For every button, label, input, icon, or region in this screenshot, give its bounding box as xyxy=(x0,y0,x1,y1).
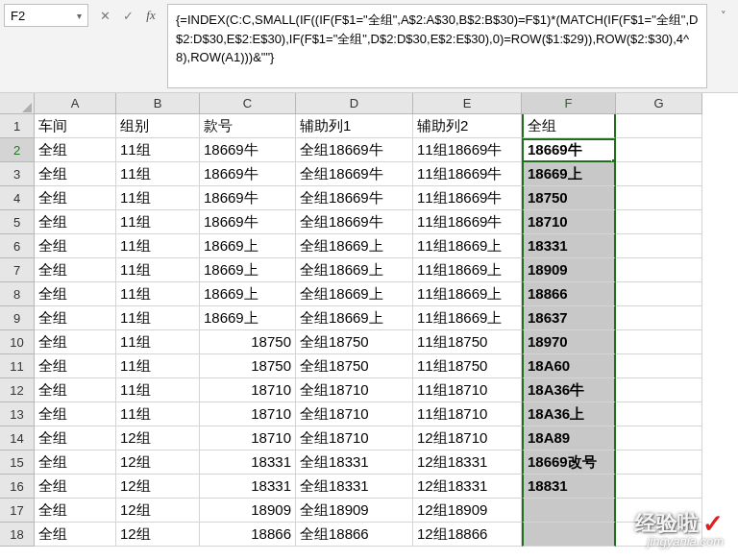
cell-F8[interactable]: 18866 xyxy=(522,282,616,306)
cell-A14[interactable]: 全组 xyxy=(35,426,116,450)
cell-F4[interactable]: 18750 xyxy=(522,186,616,210)
cell-F10[interactable]: 18970 xyxy=(522,330,616,354)
row-head-18[interactable]: 18 xyxy=(0,523,35,547)
cell-D17[interactable]: 全组18909 xyxy=(296,499,413,523)
cell-G1[interactable] xyxy=(616,114,702,138)
row-head-2[interactable]: 2 xyxy=(0,138,35,162)
cell-B14[interactable]: 12组 xyxy=(116,426,200,450)
cell-C16[interactable]: 18331 xyxy=(200,475,296,499)
cell-E1[interactable]: 辅助列2 xyxy=(413,114,522,138)
cell-F3[interactable]: 18669上 xyxy=(522,162,616,186)
cell-E7[interactable]: 11组18669上 xyxy=(413,258,522,282)
cell-F6[interactable]: 18331 xyxy=(522,234,616,258)
cell-A9[interactable]: 全组 xyxy=(35,306,116,330)
cell-E8[interactable]: 11组18669上 xyxy=(413,282,522,306)
cell-C14[interactable]: 18710 xyxy=(200,426,296,450)
cell-C2[interactable]: 18669牛 xyxy=(200,138,296,162)
cell-B5[interactable]: 11组 xyxy=(116,210,200,234)
cell-B2[interactable]: 11组 xyxy=(116,138,200,162)
cell-E4[interactable]: 11组18669牛 xyxy=(413,186,522,210)
cell-F11[interactable]: 18A60 xyxy=(522,354,616,378)
cell-E18[interactable]: 12组18866 xyxy=(413,523,522,547)
col-head-A[interactable]: A xyxy=(35,93,116,114)
cell-B15[interactable]: 12组 xyxy=(116,450,200,475)
cell-D12[interactable]: 全组18710 xyxy=(296,378,413,402)
cell-A4[interactable]: 全组 xyxy=(35,186,116,210)
row-head-8[interactable]: 8 xyxy=(0,282,35,306)
cell-D15[interactable]: 全组18331 xyxy=(296,450,413,475)
cell-A1[interactable]: 车间 xyxy=(35,114,116,138)
row-head-17[interactable]: 17 xyxy=(0,499,35,523)
cell-E6[interactable]: 11组18669上 xyxy=(413,234,522,258)
cell-D6[interactable]: 全组18669上 xyxy=(296,234,413,258)
cell-E12[interactable]: 11组18710 xyxy=(413,378,522,402)
cell-G6[interactable] xyxy=(616,234,702,258)
cell-F18[interactable] xyxy=(522,523,616,547)
cell-F1[interactable]: 全组 xyxy=(522,114,616,138)
cell-C11[interactable]: 18750 xyxy=(200,354,296,378)
cell-B4[interactable]: 11组 xyxy=(116,186,200,210)
cell-C12[interactable]: 18710 xyxy=(200,378,296,402)
row-head-7[interactable]: 7 xyxy=(0,258,35,282)
cell-F12[interactable]: 18A36牛 xyxy=(522,378,616,402)
cell-D1[interactable]: 辅助列1 xyxy=(296,114,413,138)
cell-G11[interactable] xyxy=(616,354,702,378)
row-head-1[interactable]: 1 xyxy=(0,114,35,138)
cell-F7[interactable]: 18909 xyxy=(522,258,616,282)
row-head-3[interactable]: 3 xyxy=(0,162,35,186)
cell-A6[interactable]: 全组 xyxy=(35,234,116,258)
cell-G16[interactable] xyxy=(616,475,702,499)
row-head-4[interactable]: 4 xyxy=(0,186,35,210)
cell-E13[interactable]: 11组18710 xyxy=(413,402,522,426)
cell-F9[interactable]: 18637 xyxy=(522,306,616,330)
cell-F2[interactable]: 18669牛 xyxy=(522,138,616,162)
cell-A10[interactable]: 全组 xyxy=(35,330,116,354)
cell-G10[interactable] xyxy=(616,330,702,354)
row-head-15[interactable]: 15 xyxy=(0,450,35,475)
row-head-9[interactable]: 9 xyxy=(0,306,35,330)
cell-D5[interactable]: 全组18669牛 xyxy=(296,210,413,234)
row-head-11[interactable]: 11 xyxy=(0,354,35,378)
cell-B10[interactable]: 11组 xyxy=(116,330,200,354)
cell-C6[interactable]: 18669上 xyxy=(200,234,296,258)
cell-E9[interactable]: 11组18669上 xyxy=(413,306,522,330)
col-head-C[interactable]: C xyxy=(200,93,296,114)
cell-G18[interactable] xyxy=(616,523,702,547)
name-box[interactable]: F2 ▾ xyxy=(4,4,88,27)
cell-E10[interactable]: 11组18750 xyxy=(413,330,522,354)
chevron-down-icon[interactable]: ▾ xyxy=(77,11,82,21)
cell-G4[interactable] xyxy=(616,186,702,210)
cell-B17[interactable]: 12组 xyxy=(116,499,200,523)
spreadsheet-grid[interactable]: ABCDEFG1车间组别款号辅助列1辅助列2全组2全组11组18669牛全组18… xyxy=(0,93,738,547)
cell-D14[interactable]: 全组18710 xyxy=(296,426,413,450)
col-head-D[interactable]: D xyxy=(296,93,413,114)
cell-C15[interactable]: 18331 xyxy=(200,450,296,475)
cell-D2[interactable]: 全组18669牛 xyxy=(296,138,413,162)
cell-F5[interactable]: 18710 xyxy=(522,210,616,234)
cell-G12[interactable] xyxy=(616,378,702,402)
cell-A11[interactable]: 全组 xyxy=(35,354,116,378)
cell-C3[interactable]: 18669牛 xyxy=(200,162,296,186)
cell-C8[interactable]: 18669上 xyxy=(200,282,296,306)
cell-G17[interactable] xyxy=(616,499,702,523)
row-head-13[interactable]: 13 xyxy=(0,402,35,426)
cell-B9[interactable]: 11组 xyxy=(116,306,200,330)
cell-F16[interactable]: 18831 xyxy=(522,475,616,499)
row-head-6[interactable]: 6 xyxy=(0,234,35,258)
cell-E2[interactable]: 11组18669牛 xyxy=(413,138,522,162)
cell-G14[interactable] xyxy=(616,426,702,450)
cell-A7[interactable]: 全组 xyxy=(35,258,116,282)
cell-E5[interactable]: 11组18669牛 xyxy=(413,210,522,234)
cell-C18[interactable]: 18866 xyxy=(200,523,296,547)
col-head-E[interactable]: E xyxy=(413,93,522,114)
selection-handle[interactable] xyxy=(611,158,616,162)
cell-E17[interactable]: 12组18909 xyxy=(413,499,522,523)
cell-D8[interactable]: 全组18669上 xyxy=(296,282,413,306)
cell-A8[interactable]: 全组 xyxy=(35,282,116,306)
cell-G8[interactable] xyxy=(616,282,702,306)
cell-C10[interactable]: 18750 xyxy=(200,330,296,354)
cell-D3[interactable]: 全组18669牛 xyxy=(296,162,413,186)
cell-D4[interactable]: 全组18669牛 xyxy=(296,186,413,210)
cell-E16[interactable]: 12组18331 xyxy=(413,475,522,499)
cell-A13[interactable]: 全组 xyxy=(35,402,116,426)
